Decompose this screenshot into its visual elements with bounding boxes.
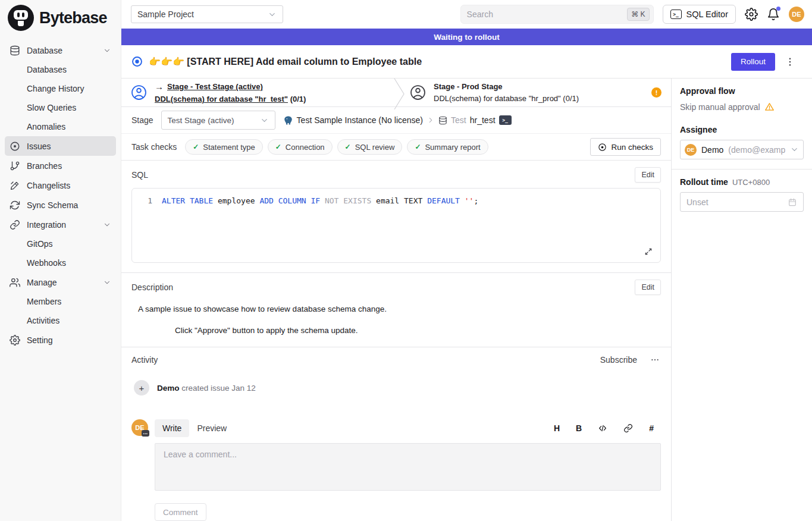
sql-token: ALTER TABLE (162, 196, 213, 205)
chevron-down-icon (260, 116, 269, 125)
user-avatar[interactable]: DE (789, 7, 804, 22)
sidebar-item-activities[interactable]: Activities (5, 311, 116, 330)
chevron-right-icon (427, 116, 435, 124)
search-input[interactable] (460, 5, 654, 24)
check-icon: ✓ (275, 143, 281, 151)
tab-write[interactable]: Write (155, 419, 189, 437)
expand-icon[interactable] (644, 247, 653, 256)
side-panel: Approval flow Skip manual approval Assig… (671, 79, 812, 521)
stage-progress: (0/1) (290, 95, 306, 103)
topbar: Sample Project ⌘ K >_ SQL Editor DE (121, 0, 812, 29)
check-pill-label: SQL review (355, 143, 395, 152)
sidebar-item-label: Slow Queries (27, 103, 76, 112)
description-section: Description Edit A sample issue to showc… (121, 272, 671, 347)
assignee-email: (demo@example (728, 145, 785, 155)
instance-link[interactable]: Test Sample Instance (No license) (297, 115, 423, 125)
project-selector[interactable]: Sample Project (131, 5, 283, 23)
project-selector-value: Sample Project (137, 10, 194, 19)
sql-editor-button[interactable]: >_ SQL Editor (663, 5, 736, 24)
main-area: Sample Project ⌘ K >_ SQL Editor DE Wait… (121, 0, 812, 521)
sql-edit-button[interactable]: Edit (635, 167, 661, 183)
check-pill-summary-report[interactable]: ✓Summary report (407, 139, 488, 155)
stage-person-icon (410, 84, 426, 101)
tab-preview[interactable]: Preview (189, 419, 234, 437)
sync-icon (10, 200, 20, 211)
sidebar-item-label: Anomalies (27, 122, 65, 131)
sidebar-item-webhooks[interactable]: Webhooks (5, 253, 116, 272)
open-sql-editor-icon[interactable]: >_ (499, 115, 512, 125)
sidebar-item-anomalies[interactable]: Anomalies (5, 117, 116, 136)
stage-detail: DDL(schema) for database "hr_prod" (434, 94, 561, 103)
sidebar-item-gitops[interactable]: GitOps (5, 234, 116, 253)
subscribe-button[interactable]: Subscribe (600, 355, 637, 365)
comment-input[interactable] (155, 443, 661, 491)
activity-section: Activity Subscribe +Demo created issue J… (121, 347, 671, 396)
sidebar-item-database[interactable]: Database (5, 40, 116, 60)
rollout-time-value: Unset (686, 197, 708, 207)
description-line: Click "Approve" button to apply the sche… (175, 326, 661, 335)
stage-progress: (0/1) (563, 94, 579, 103)
assignee-select[interactable]: DE Demo (demo@example (680, 140, 804, 159)
activity-menu-icon[interactable] (649, 355, 661, 365)
assignee-avatar: DE (685, 144, 697, 156)
stage-card-test[interactable]: → Stage - Test Stage (active) DDL(schema… (121, 79, 394, 106)
run-checks-button[interactable]: Run checks (590, 138, 661, 156)
check-pill-statement-type[interactable]: ✓Statement type (185, 139, 263, 155)
stage-card-prod[interactable]: Stage - Prod Stage DDL(schema) for datab… (394, 79, 651, 106)
issue-open-status-icon (131, 56, 143, 67)
sidebar-item-setting[interactable]: Setting (5, 330, 116, 350)
description-edit-button[interactable]: Edit (635, 280, 661, 295)
code-icon[interactable] (598, 423, 607, 433)
check-icon: ✓ (415, 143, 421, 151)
sidebar-item-members[interactable]: Members (5, 292, 116, 311)
chevron-down-icon (103, 221, 111, 229)
issue-header: 👉👉👉 [START HERE] Add email column to Emp… (121, 45, 812, 79)
sidebar-item-change-history[interactable]: Change History (5, 79, 116, 98)
settings-gear-icon[interactable] (745, 8, 758, 21)
kebab-menu-icon[interactable] (785, 56, 795, 68)
sql-token (460, 196, 465, 205)
notifications-bell-icon[interactable] (767, 8, 780, 21)
sidebar-item-sync-schema[interactable]: Sync Schema (5, 195, 116, 215)
comment-avatar-wrap: DE ••• (131, 419, 149, 521)
sidebar-item-slow-queries[interactable]: Slow Queries (5, 98, 116, 117)
bold-icon[interactable]: B (576, 423, 582, 433)
sql-token: '' (465, 196, 474, 205)
heading-icon[interactable]: H (554, 423, 560, 433)
assignee-name: Demo (701, 145, 723, 155)
gear-icon (10, 335, 20, 346)
users-icon (10, 277, 20, 288)
assignee-label: Assignee (680, 125, 804, 134)
sidebar-item-manage[interactable]: Manage (5, 272, 116, 292)
hashtag-icon[interactable]: # (649, 423, 654, 433)
rollout-time-input[interactable]: Unset (680, 192, 804, 212)
check-pill-label: Connection (286, 143, 325, 152)
sidebar-item-integration[interactable]: Integration (5, 215, 116, 234)
stage-name: Stage - Prod Stage (434, 81, 503, 92)
check-pill-sql-review[interactable]: ✓SQL review (337, 139, 403, 155)
stage-select[interactable]: Test Stage (active) (161, 111, 275, 130)
link-icon[interactable] (623, 423, 633, 433)
check-pill-label: Summary report (425, 143, 480, 152)
bytebase-logo[interactable]: Bytebase (0, 0, 121, 36)
sql-code-block[interactable]: 1 ALTER TABLE employee ADD COLUMN IF NOT… (131, 188, 661, 263)
sidebar-item-label: Activities (27, 316, 59, 325)
sql-section: SQL Edit 1 ALTER TABLE employee ADD COLU… (121, 161, 671, 272)
sidebar-item-databases[interactable]: Databases (5, 60, 116, 79)
activity-item: +Demo created issue Jan 12 (134, 380, 661, 396)
sidebar-item-issues[interactable]: Issues (5, 136, 116, 156)
content-row: → Stage - Test Stage (active) DDL(schema… (121, 79, 812, 521)
warning-triangle-icon (764, 102, 775, 112)
sidebar-item-branches[interactable]: Branches (5, 156, 116, 175)
calendar-icon (788, 197, 797, 207)
database-link[interactable]: hr_test (470, 115, 496, 125)
description-line: A sample issue to showcase how to review… (138, 305, 661, 313)
chevron-down-icon (103, 278, 111, 287)
plus-icon: + (134, 380, 149, 396)
issue-title: 👉👉👉 [START HERE] Add email column to Emp… (149, 56, 422, 67)
comment-submit-button[interactable]: Comment (155, 503, 206, 521)
check-pill-connection[interactable]: ✓Connection (268, 139, 333, 155)
line-number: 1 (132, 196, 162, 262)
sidebar-item-changelists[interactable]: Changelists (5, 175, 116, 195)
rollout-button[interactable]: Rollout (731, 53, 775, 71)
